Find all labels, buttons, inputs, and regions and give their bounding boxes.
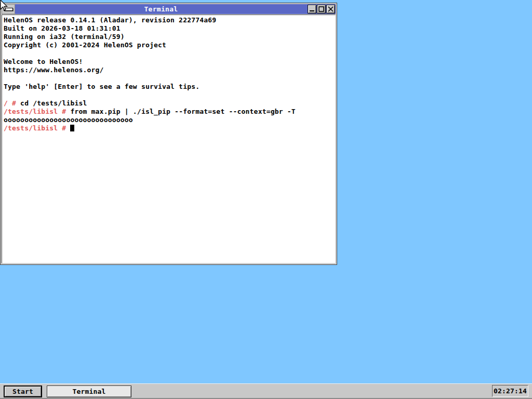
terminal-line: / # cd /tests/libisl — [4, 99, 335, 108]
system-menu-button[interactable] — [2, 4, 15, 14]
terminal-line — [4, 74, 335, 83]
close-button[interactable] — [326, 5, 335, 14]
terminal-line: ooooooooooooooooooooooooooooooo — [4, 116, 335, 124]
minimize-icon — [309, 6, 315, 12]
terminal-line: /tests/libisl # — [4, 124, 335, 132]
terminal-cursor — [70, 125, 74, 131]
window-title: Terminal — [15, 4, 307, 14]
terminal-line: HelenOS release 0.14.1 (Aladar), revisio… — [4, 16, 335, 24]
taskbar: Start Terminal 02:27:14 — [0, 383, 532, 399]
terminal-line: Welcome to HelenOS! — [4, 58, 335, 66]
terminal-line — [4, 49, 335, 58]
close-icon — [328, 6, 334, 12]
start-button[interactable]: Start — [4, 385, 42, 397]
maximize-button[interactable] — [317, 5, 326, 14]
window-titlebar[interactable]: Terminal — [2, 4, 336, 14]
minimize-button[interactable] — [308, 5, 316, 14]
terminal-line — [4, 91, 335, 99]
taskbar-clock: 02:27:14 — [492, 385, 528, 397]
maximize-icon — [318, 6, 324, 12]
terminal-line: Type 'help' [Enter] to see a few surviva… — [4, 83, 335, 91]
terminal-line: Built on 2026-03-18 01:31:01 — [4, 24, 335, 33]
terminal-line: Copyright (c) 2001-2024 HelenOS project — [4, 41, 335, 49]
system-menu-icon — [4, 8, 13, 11]
terminal-output[interactable]: HelenOS release 0.14.1 (Aladar), revisio… — [2, 15, 336, 263]
terminal-window: Terminal HelenOS release 0.14.1 (Aladar)… — [0, 3, 337, 265]
window-controls — [307, 4, 336, 14]
terminal-line: https://www.helenos.org/ — [4, 66, 335, 74]
terminal-line: Running on ia32 (terminal/59) — [4, 33, 335, 41]
terminal-line: /tests/libisl # from max.pip | ./isl_pip… — [4, 108, 335, 116]
taskbar-item-terminal[interactable]: Terminal — [47, 385, 131, 397]
